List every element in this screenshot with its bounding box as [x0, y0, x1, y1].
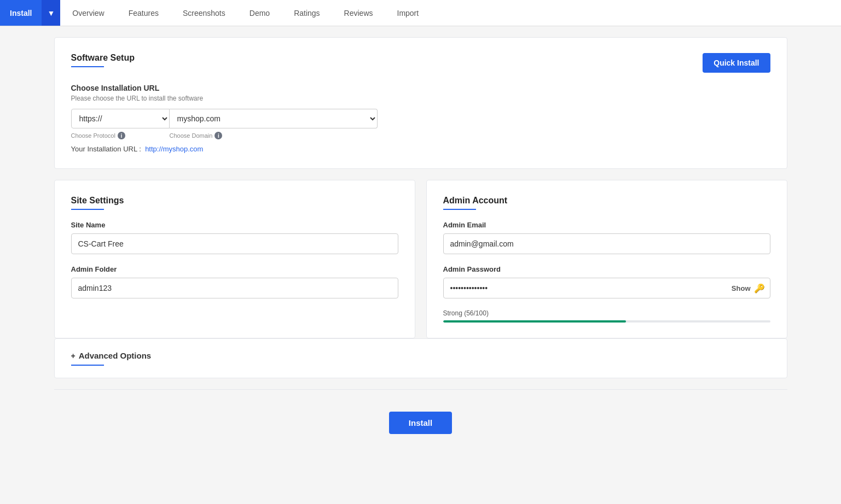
site-settings-title: Site Settings: [71, 196, 398, 206]
site-name-input[interactable]: [71, 233, 398, 254]
install-nav-button[interactable]: Install ▼: [0, 0, 60, 26]
main-content: Software Setup Quick Install Choose Inst…: [38, 26, 804, 456]
nav-item-ratings[interactable]: Ratings: [282, 0, 332, 26]
protocol-label-block: Choose Protocol i: [71, 132, 170, 139]
advanced-options-title[interactable]: Advanced Options: [79, 351, 152, 360]
admin-account-card: Admin Account Admin Email Admin Password…: [426, 180, 787, 338]
nav-item-reviews[interactable]: Reviews: [332, 0, 385, 26]
nav-item-screenshots[interactable]: Screenshots: [171, 0, 237, 26]
domain-select[interactable]: myshop.com: [170, 109, 378, 128]
admin-email-group: Admin Email: [443, 221, 770, 254]
key-icon: 🔑: [754, 283, 765, 294]
advanced-options-card: + Advanced Options: [54, 338, 787, 378]
software-setup-card: Software Setup Quick Install Choose Inst…: [54, 37, 787, 169]
password-strength-fill: [443, 320, 627, 323]
admin-password-group: Admin Password Show 🔑: [443, 265, 770, 298]
admin-account-title: Admin Account: [443, 196, 770, 206]
software-setup-title: Software Setup: [71, 53, 135, 63]
admin-folder-label: Admin Folder: [71, 265, 398, 273]
software-setup-header: Software Setup Quick Install: [71, 53, 770, 73]
password-strength-label: Strong (56/100): [443, 309, 770, 317]
installation-url-line: Your Installation URL : http://myshop.co…: [71, 145, 770, 153]
admin-email-label: Admin Email: [443, 221, 770, 229]
bottom-bar: Install: [54, 401, 787, 445]
admin-email-input[interactable]: [443, 233, 770, 254]
domain-label-text: Choose Domain: [170, 132, 213, 139]
domain-label-block: Choose Domain i: [170, 132, 223, 139]
site-name-label: Site Name: [71, 221, 398, 229]
advanced-options-underline: [71, 365, 104, 366]
password-wrapper: Show 🔑: [443, 278, 770, 298]
divider: [54, 389, 787, 390]
admin-folder-group: Admin Folder: [71, 265, 398, 298]
site-settings-underline: [71, 209, 104, 210]
domain-info-icon[interactable]: i: [214, 132, 222, 139]
top-navigation: Install ▼ Overview Features Screenshots …: [0, 0, 841, 26]
installation-url-link[interactable]: http://myshop.com: [145, 145, 203, 153]
url-selects: https:// http:// myshop.com: [71, 109, 770, 128]
admin-account-underline: [443, 209, 476, 210]
two-col-section: Site Settings Site Name Admin Folder Adm…: [54, 180, 787, 338]
nav-items: Overview Features Screenshots Demo Ratin…: [60, 0, 841, 26]
protocol-info-icon[interactable]: i: [118, 132, 125, 139]
nav-item-demo[interactable]: Demo: [237, 0, 282, 26]
software-setup-underline: [71, 66, 104, 67]
plus-icon: +: [71, 351, 76, 360]
quick-install-button[interactable]: Quick Install: [703, 53, 770, 73]
installation-url-prefix: Your Installation URL :: [71, 145, 141, 153]
admin-password-label: Admin Password: [443, 265, 770, 273]
choose-url-sublabel: Please choose the URL to install the sof…: [71, 95, 770, 102]
show-password-button[interactable]: Show: [732, 284, 751, 292]
install-nav-label: Install: [0, 9, 42, 17]
software-setup-title-block: Software Setup: [71, 53, 135, 67]
select-labels: Choose Protocol i Choose Domain i: [71, 132, 770, 139]
install-arrow-icon[interactable]: ▼: [42, 0, 60, 26]
admin-password-input[interactable]: [443, 278, 770, 298]
arrow-icon: ▼: [47, 9, 55, 17]
nav-item-overview[interactable]: Overview: [60, 0, 116, 26]
admin-folder-input[interactable]: [71, 278, 398, 298]
protocol-select[interactable]: https:// http://: [71, 109, 170, 128]
bottom-install-button[interactable]: Install: [389, 412, 452, 434]
nav-item-features[interactable]: Features: [117, 0, 171, 26]
advanced-options-title-block: + Advanced Options: [71, 351, 770, 360]
password-strength-bar: [443, 320, 770, 323]
site-settings-card: Site Settings Site Name Admin Folder: [54, 180, 415, 338]
nav-item-import[interactable]: Import: [385, 0, 431, 26]
site-name-group: Site Name: [71, 221, 398, 254]
protocol-label-text: Choose Protocol: [71, 132, 115, 139]
choose-url-label: Choose Installation URL: [71, 84, 770, 92]
